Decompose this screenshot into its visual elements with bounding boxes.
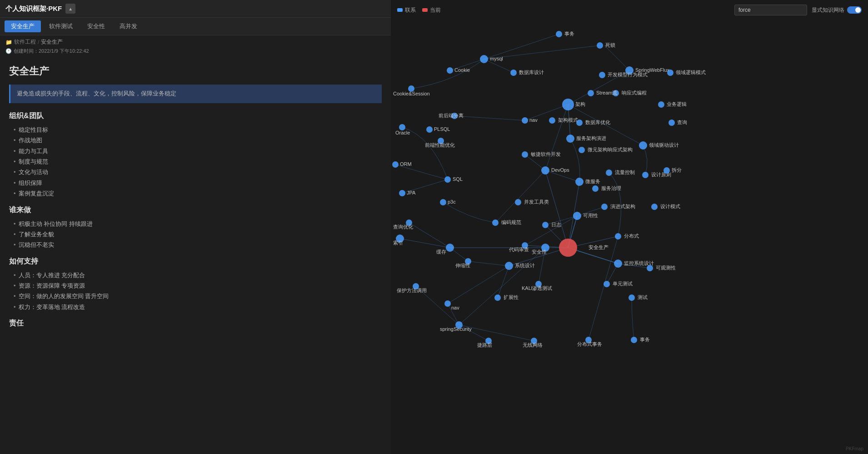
svg-point-137: [647, 265, 653, 271]
app-header: 个人知识框架·PKF ▲: [0, 0, 391, 18]
svg-text:查询优化: 查询优化: [393, 224, 413, 229]
svg-point-93: [541, 166, 549, 175]
svg-text:Cookie&Session: Cookie&Session: [393, 91, 430, 96]
svg-text:JPA: JPA: [407, 190, 416, 195]
svg-text:前端性能优化: 前端性能优化: [425, 142, 455, 148]
svg-point-41: [559, 239, 577, 257]
right-panel: 联系 当前 显式知识网络: [391, 0, 868, 454]
knowledge-network-control: 显式知识网络: [812, 6, 862, 14]
svg-line-10: [545, 105, 568, 170]
section-list-who: 积极主动 补位协同 持续跟进 了解业务全貌 沉稳但不老实: [9, 219, 382, 250]
svg-text:日志: 日志: [551, 222, 561, 227]
svg-text:KALl渗透测试: KALl渗透测试: [522, 285, 552, 291]
svg-point-149: [604, 281, 610, 287]
svg-text:单元测试: 单元测试: [613, 281, 633, 286]
graph-controls: 显式知识网络: [734, 5, 862, 15]
svg-text:数据库优化: 数据库优化: [585, 120, 610, 125]
svg-point-121: [492, 220, 499, 226]
svg-line-37: [589, 236, 618, 340]
svg-point-67: [599, 72, 605, 78]
graph-watermark: PKFmap: [846, 446, 863, 451]
svg-text:Stream流: Stream流: [596, 90, 617, 95]
tab-security-production[interactable]: 安全生产: [5, 20, 41, 32]
svg-text:Oracle: Oracle: [395, 130, 410, 135]
svg-text:事务: 事务: [564, 31, 574, 36]
page-title: 安全生产: [9, 65, 382, 78]
svg-point-61: [522, 117, 528, 124]
svg-point-81: [579, 147, 585, 153]
time-icon: 🕐: [5, 48, 12, 54]
breadcrumb-parent[interactable]: 软件工程: [14, 38, 36, 46]
svg-text:拆分: 拆分: [671, 167, 682, 173]
svg-text:并发工具类: 并发工具类: [524, 199, 549, 205]
knowledge-network-toggle[interactable]: [847, 6, 862, 14]
svg-text:敏捷软件开发: 敏捷软件开发: [531, 151, 561, 157]
section-title-responsibility: 责任: [9, 319, 382, 328]
svg-point-45: [597, 42, 603, 49]
list-item: 案例复盘沉淀: [14, 188, 382, 199]
svg-text:领域逻辑模式: 领域逻辑模式: [676, 70, 706, 75]
svg-point-57: [549, 117, 555, 124]
section-list-support: 人员：专人推进 充分配合 资源：资源保障 专项资源 空间：做的人的发展空间 晋升…: [9, 270, 382, 313]
legend-current-label: 当前: [430, 6, 441, 14]
svg-point-73: [658, 101, 664, 108]
svg-text:nav: nav: [529, 117, 538, 123]
svg-text:服务治理: 服务治理: [601, 185, 621, 191]
svg-point-135: [614, 259, 622, 268]
svg-text:SQL: SQL: [453, 176, 463, 182]
app-title: 个人知识框架·PKF: [5, 5, 62, 13]
svg-point-91: [522, 151, 528, 158]
svg-point-107: [444, 176, 451, 183]
legend-current: 当前: [422, 6, 441, 14]
svg-line-19: [454, 116, 525, 120]
svg-text:Cookie: Cookie: [454, 67, 470, 73]
svg-point-55: [562, 99, 574, 110]
breadcrumb: 📁 软件工程 / 安全生产: [0, 35, 391, 47]
svg-text:扩展性: 扩展性: [504, 294, 519, 300]
svg-text:数据库设计: 数据库设计: [519, 70, 544, 75]
graph-search-input[interactable]: [734, 5, 807, 15]
svg-text:nav: nav: [451, 305, 459, 310]
list-item: 沉稳但不老实: [14, 239, 382, 250]
legend-link: 联系: [397, 6, 416, 14]
svg-text:伸缩性: 伸缩性: [455, 263, 470, 268]
folder-icon: 📁: [5, 39, 12, 45]
knowledge-network-label: 显式知识网络: [812, 6, 844, 14]
content-area[interactable]: 安全生产 避免造成损失的手段、流程、文化，控制风险，保障业务稳定 组织&团队 稳…: [0, 57, 391, 454]
tab-security[interactable]: 安全性: [81, 20, 111, 32]
quote-text: 避免造成损失的手段、流程、文化，控制风险，保障业务稳定: [17, 90, 176, 97]
svg-point-75: [667, 70, 673, 76]
svg-text:系统设计: 系统设计: [515, 263, 535, 268]
tab-high-concurrency[interactable]: 高并发: [113, 20, 144, 32]
legend-dot-blue: [397, 8, 403, 12]
svg-point-77: [668, 120, 675, 126]
svg-text:测试: 测试: [638, 294, 648, 300]
list-item: 资源：资源保障 专项资源: [14, 280, 382, 291]
svg-text:前后端分离: 前后端分离: [439, 113, 464, 118]
list-item: 稳定性目标: [14, 125, 382, 135]
svg-point-101: [642, 172, 649, 178]
svg-text:可观测性: 可观测性: [656, 265, 676, 270]
section-list-team: 稳定性目标 作战地图 能力与工具 制度与规范 文化与活动 组织保障 案例复盘沉淀: [9, 125, 382, 199]
svg-text:微服务: 微服务: [585, 179, 600, 184]
svg-point-79: [566, 135, 574, 143]
list-item: 了解业务全貌: [14, 229, 382, 239]
svg-point-83: [639, 141, 647, 150]
quote-block: 避免造成损失的手段、流程、文化，控制风险，保障业务稳定: [9, 85, 382, 103]
list-item: 能力与工具: [14, 146, 382, 156]
svg-text:无线网络: 无线网络: [523, 342, 543, 348]
svg-point-63: [576, 120, 583, 126]
section-title-who: 谁来做: [9, 205, 382, 215]
svg-text:设计模式: 设计模式: [660, 204, 680, 209]
svg-point-97: [575, 178, 584, 186]
svg-point-85: [399, 124, 405, 130]
svg-point-87: [426, 126, 433, 133]
svg-line-30: [468, 261, 509, 266]
tab-software-testing[interactable]: 软件测试: [43, 20, 79, 32]
svg-text:可用性: 可用性: [583, 213, 598, 218]
svg-text:捷路层: 捷路层: [477, 342, 492, 348]
created-time: 🕐 创建时间：2022/1/9 下午10:22:42: [0, 47, 391, 57]
svg-point-151: [494, 294, 501, 301]
collapse-button[interactable]: ▲: [65, 4, 75, 14]
list-item: 作战地图: [14, 135, 382, 145]
